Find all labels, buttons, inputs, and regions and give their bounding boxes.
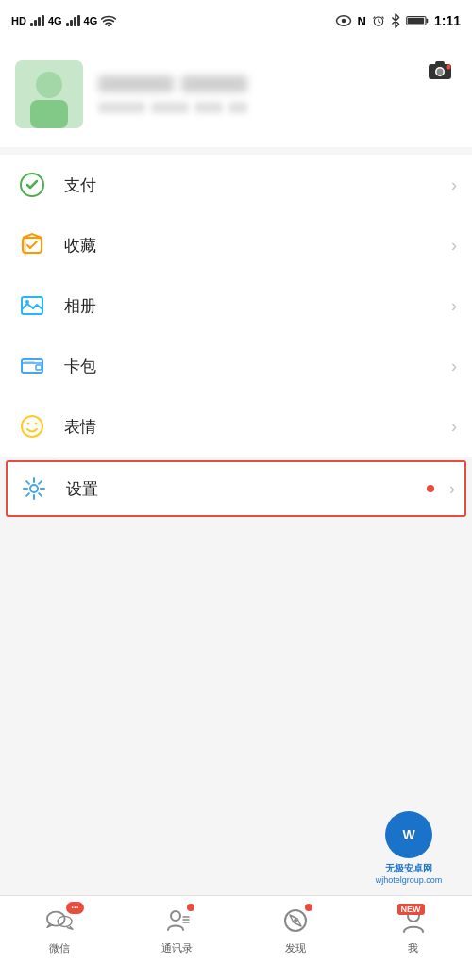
svg-rect-15 — [15, 60, 83, 128]
svg-point-19 — [25, 300, 29, 304]
svg-point-26 — [30, 485, 38, 492]
discover-badge-dot — [305, 904, 312, 911]
settings-dot — [427, 485, 434, 492]
watermark-line1: 无极安卓网 — [385, 862, 432, 875]
favorites-label: 收藏 — [64, 235, 444, 257]
contacts-icon — [164, 907, 191, 934]
menu-item-emoji[interactable]: 表情 › — [0, 396, 472, 457]
time-display: 1:11 — [434, 13, 461, 28]
contacts-nav-label: 通讯录 — [161, 941, 193, 955]
menu-item-settings[interactable]: 设置 › — [6, 460, 466, 517]
nav-item-wechat[interactable]: ··· 微信 — [0, 904, 118, 955]
svg-rect-5 — [408, 18, 424, 25]
svg-point-11 — [447, 65, 451, 70]
camera-icon — [427, 58, 453, 81]
discover-nav-label: 发现 — [285, 941, 306, 955]
contacts-icon-wrap — [160, 904, 194, 938]
emoji-icon-wrap — [15, 409, 49, 443]
wechat-nav-label: 微信 — [49, 941, 70, 955]
emoji-label: 表情 — [64, 416, 444, 438]
svg-rect-21 — [36, 365, 42, 370]
payment-icon — [19, 172, 45, 198]
watermark-line2: wjhotelgroup.com — [376, 875, 443, 885]
watermark-logo-icon: W — [393, 819, 425, 851]
settings-icon — [21, 475, 47, 502]
status-left: HD 4G 4G — [11, 14, 116, 27]
status-right: N 1:11 — [335, 13, 461, 28]
network-type-2: 4G — [84, 15, 98, 26]
watermark: W 无极安卓网 wjhotelgroup.com — [346, 801, 472, 895]
wallet-chevron: › — [451, 357, 457, 376]
settings-icon-wrap — [17, 472, 51, 506]
bluetooth-icon — [391, 13, 400, 28]
wifi-icon — [101, 14, 116, 27]
favorites-chevron: › — [451, 236, 457, 256]
emoji-chevron: › — [451, 417, 457, 437]
watermark-logo: W — [385, 811, 432, 858]
profile-info — [98, 75, 457, 113]
wechat-icon-wrap: ··· — [42, 904, 76, 938]
menu-list: 支付 › 收藏 › 相册 › — [0, 155, 472, 521]
me-icon-wrap: NEW — [396, 904, 430, 938]
alarm-icon — [372, 14, 385, 27]
emoji-icon — [19, 413, 45, 440]
wallet-label: 卡包 — [64, 356, 444, 377]
wallet-icon-wrap — [15, 349, 49, 383]
menu-item-payment[interactable]: 支付 › — [0, 155, 472, 215]
section-gap-1 — [0, 147, 472, 155]
album-chevron: › — [451, 296, 457, 316]
menu-item-wallet[interactable]: 卡包 › — [0, 336, 472, 396]
menu-item-album[interactable]: 相册 › — [0, 275, 472, 336]
wallet-icon — [19, 353, 45, 379]
carrier-label: HD — [11, 15, 26, 26]
payment-icon-wrap — [15, 168, 49, 202]
svg-point-24 — [27, 423, 30, 425]
avatar-image — [15, 60, 83, 128]
svg-point-2 — [341, 19, 346, 24]
svg-point-0 — [108, 25, 110, 26]
nav-item-me[interactable]: NEW 我 — [354, 904, 472, 955]
wechat-badge: ··· — [66, 902, 83, 914]
section-gap-2 — [0, 521, 472, 536]
profile-header — [0, 42, 472, 147]
nav-item-discover[interactable]: 发现 — [236, 904, 354, 955]
battery-icon — [406, 14, 429, 27]
svg-point-31 — [294, 919, 297, 922]
nfc-icon: N — [358, 14, 366, 28]
svg-point-33 — [394, 820, 424, 850]
nav-item-contacts[interactable]: 通讯录 — [118, 904, 236, 955]
network-type-1: 4G — [48, 15, 62, 26]
payment-label: 支付 — [64, 174, 444, 196]
svg-point-25 — [35, 423, 38, 425]
status-bar: HD 4G 4G N — [0, 0, 472, 42]
svg-rect-22 — [24, 361, 35, 363]
svg-rect-6 — [426, 19, 428, 24]
me-new-badge: NEW — [397, 904, 425, 915]
signal-bars-2 — [66, 15, 80, 26]
signal-bars — [30, 15, 44, 26]
svg-point-29 — [171, 911, 180, 921]
menu-item-favorites[interactable]: 收藏 › — [0, 215, 472, 275]
contacts-badge-dot — [187, 904, 194, 911]
discover-icon — [282, 907, 309, 934]
discover-icon-wrap — [278, 904, 312, 938]
camera-button[interactable] — [423, 53, 457, 87]
album-icon — [19, 292, 45, 319]
svg-text:W: W — [402, 827, 415, 842]
album-icon-wrap — [15, 289, 49, 323]
svg-point-9 — [437, 69, 444, 75]
avatar[interactable] — [15, 60, 83, 128]
favorites-icon-wrap — [15, 228, 49, 262]
svg-point-23 — [22, 416, 42, 437]
svg-rect-10 — [435, 61, 445, 65]
favorites-icon — [19, 232, 45, 258]
settings-label: 设置 — [66, 478, 423, 500]
bottom-nav: ··· 微信 通讯录 发现 — [0, 895, 472, 980]
settings-chevron: › — [449, 479, 455, 499]
payment-chevron: › — [451, 175, 457, 195]
eye-icon — [335, 14, 352, 27]
album-label: 相册 — [64, 295, 444, 317]
me-nav-label: 我 — [408, 941, 418, 955]
